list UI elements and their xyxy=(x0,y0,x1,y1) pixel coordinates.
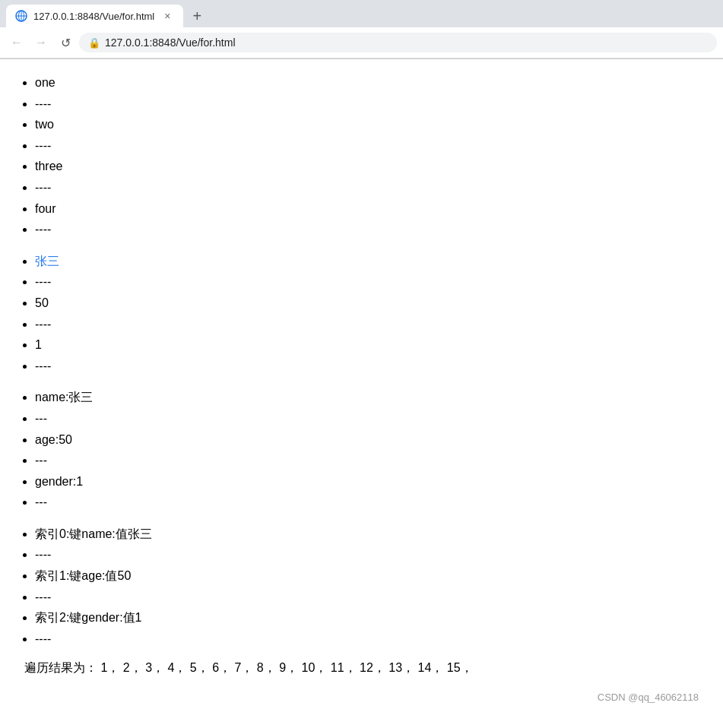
list-item: --- xyxy=(35,409,711,429)
list-item: ---- xyxy=(35,94,711,114)
list-item: age:50 xyxy=(35,430,711,450)
object-index-section: 索引0:键name:值张三 ---- 索引1:键age:值50 ---- 索引2… xyxy=(12,524,711,649)
tab-close-button[interactable]: × xyxy=(160,9,174,23)
list-item: ---- xyxy=(35,178,711,198)
back-button[interactable]: ← xyxy=(6,32,27,53)
traversal-result: 遍历结果为： 1， 2， 3， 4， 5， 6， 7， 8， 9， 10， 11… xyxy=(12,660,711,676)
footer-credit: CSDN @qq_46062118 xyxy=(12,676,711,709)
list-item: gender:1 xyxy=(35,472,711,492)
address-text: 127.0.0.1:8848/Vue/for.html xyxy=(105,36,236,49)
list-item: 张三 xyxy=(35,252,711,271)
list-item: ---- xyxy=(35,629,711,649)
list-item: ---- xyxy=(35,272,711,292)
address-bar[interactable]: 🔒 127.0.0.1:8848/Vue/for.html xyxy=(79,33,717,52)
list-item: three xyxy=(35,157,711,176)
nav-bar: ← → ↺ 🔒 127.0.0.1:8848/Vue/for.html xyxy=(0,27,723,59)
list-item: ---- xyxy=(35,356,711,376)
page-content: one ---- two ---- three ---- four ---- 张… xyxy=(0,59,723,728)
object-values-list: 张三 ---- 50 ---- 1 ---- xyxy=(12,252,711,376)
list-item: ---- xyxy=(35,315,711,334)
list-item: ---- xyxy=(35,587,711,607)
list-item: ---- xyxy=(35,136,711,156)
object-values-section: 张三 ---- 50 ---- 1 ---- xyxy=(12,252,711,376)
tab-title: 127.0.0.1:8848/Vue/for.html xyxy=(33,11,154,22)
tab-bar: 127.0.0.1:8848/Vue/for.html × + xyxy=(0,0,723,27)
traversal-values: 1， 2， 3， 4， 5， 6， 7， 8， 9， 10， 11， 12， 1… xyxy=(100,661,472,674)
object-keys-list: name:张三 --- age:50 --- gender:1 --- xyxy=(12,388,711,512)
active-tab[interactable]: 127.0.0.1:8848/Vue/for.html × xyxy=(6,5,183,27)
list-item: two xyxy=(35,115,711,135)
value-zhang: 张三 xyxy=(35,255,59,267)
reload-button[interactable]: ↺ xyxy=(55,32,76,53)
list-item: 索引2:键gender:值1 xyxy=(35,608,711,628)
list-item: --- xyxy=(35,492,711,512)
list-item: 50 xyxy=(35,293,711,313)
traversal-label: 遍历结果为： xyxy=(24,661,97,674)
new-tab-button[interactable]: + xyxy=(186,5,208,27)
array-list: one ---- two ---- three ---- four ---- xyxy=(12,73,711,239)
address-lock-icon: 🔒 xyxy=(88,37,100,49)
list-item: 1 xyxy=(35,335,711,355)
list-item: 索引1:键age:值50 xyxy=(35,566,711,586)
object-keys-section: name:张三 --- age:50 --- gender:1 --- xyxy=(12,388,711,512)
forward-button[interactable]: → xyxy=(30,32,52,53)
list-item: four xyxy=(35,199,711,219)
list-item: 索引0:键name:值张三 xyxy=(35,524,711,544)
tab-favicon-icon xyxy=(15,10,27,22)
list-item: ---- xyxy=(35,545,711,565)
list-item: ---- xyxy=(35,220,711,239)
browser-chrome: 127.0.0.1:8848/Vue/for.html × + ← → ↺ 🔒 … xyxy=(0,0,723,59)
array-section: one ---- two ---- three ---- four ---- xyxy=(12,73,711,239)
object-index-list: 索引0:键name:值张三 ---- 索引1:键age:值50 ---- 索引2… xyxy=(12,524,711,649)
list-item: one xyxy=(35,73,711,93)
list-item: --- xyxy=(35,451,711,470)
list-item: name:张三 xyxy=(35,388,711,407)
